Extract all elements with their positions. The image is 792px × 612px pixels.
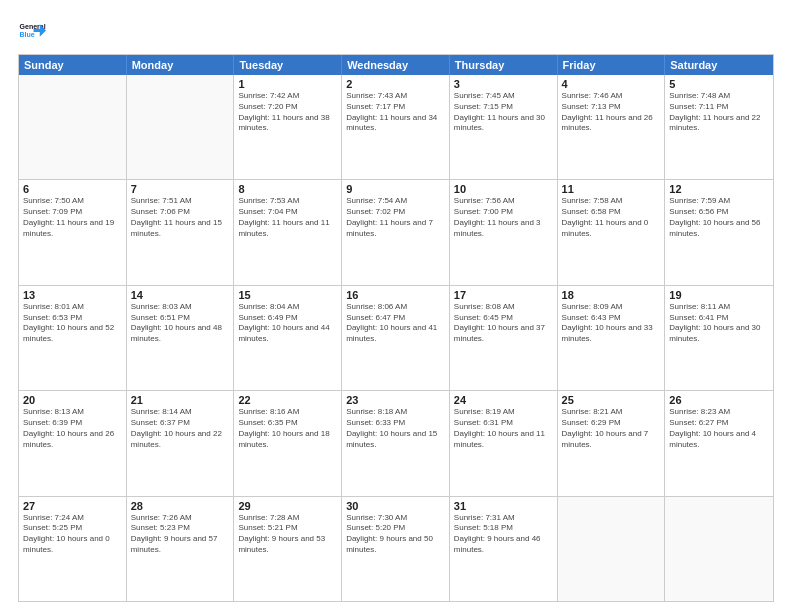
cell-detail: Sunrise: 7:53 AM Sunset: 7:04 PM Dayligh… <box>238 196 337 239</box>
day-number: 30 <box>346 500 445 512</box>
cal-cell: 20Sunrise: 8:13 AM Sunset: 6:39 PM Dayli… <box>19 391 127 495</box>
cell-detail: Sunrise: 7:30 AM Sunset: 5:20 PM Dayligh… <box>346 513 445 556</box>
day-header-wednesday: Wednesday <box>342 55 450 75</box>
svg-text:Blue: Blue <box>20 31 35 38</box>
cell-detail: Sunrise: 7:59 AM Sunset: 6:56 PM Dayligh… <box>669 196 769 239</box>
day-number: 11 <box>562 183 661 195</box>
cell-detail: Sunrise: 8:18 AM Sunset: 6:33 PM Dayligh… <box>346 407 445 450</box>
cal-cell: 10Sunrise: 7:56 AM Sunset: 7:00 PM Dayli… <box>450 180 558 284</box>
day-number: 19 <box>669 289 769 301</box>
cell-detail: Sunrise: 7:46 AM Sunset: 7:13 PM Dayligh… <box>562 91 661 134</box>
day-header-friday: Friday <box>558 55 666 75</box>
cal-cell: 1Sunrise: 7:42 AM Sunset: 7:20 PM Daylig… <box>234 75 342 179</box>
cal-cell: 4Sunrise: 7:46 AM Sunset: 7:13 PM Daylig… <box>558 75 666 179</box>
cal-cell <box>19 75 127 179</box>
cal-cell: 17Sunrise: 8:08 AM Sunset: 6:45 PM Dayli… <box>450 286 558 390</box>
week-row-1: 1Sunrise: 7:42 AM Sunset: 7:20 PM Daylig… <box>19 75 773 179</box>
day-number: 4 <box>562 78 661 90</box>
cal-cell: 14Sunrise: 8:03 AM Sunset: 6:51 PM Dayli… <box>127 286 235 390</box>
cell-detail: Sunrise: 8:01 AM Sunset: 6:53 PM Dayligh… <box>23 302 122 345</box>
cal-cell: 18Sunrise: 8:09 AM Sunset: 6:43 PM Dayli… <box>558 286 666 390</box>
cal-cell: 9Sunrise: 7:54 AM Sunset: 7:02 PM Daylig… <box>342 180 450 284</box>
day-number: 3 <box>454 78 553 90</box>
week-row-2: 6Sunrise: 7:50 AM Sunset: 7:09 PM Daylig… <box>19 179 773 284</box>
cell-detail: Sunrise: 7:58 AM Sunset: 6:58 PM Dayligh… <box>562 196 661 239</box>
cal-cell: 24Sunrise: 8:19 AM Sunset: 6:31 PM Dayli… <box>450 391 558 495</box>
cell-detail: Sunrise: 8:11 AM Sunset: 6:41 PM Dayligh… <box>669 302 769 345</box>
cal-cell: 23Sunrise: 8:18 AM Sunset: 6:33 PM Dayli… <box>342 391 450 495</box>
day-number: 21 <box>131 394 230 406</box>
cal-cell: 27Sunrise: 7:24 AM Sunset: 5:25 PM Dayli… <box>19 497 127 601</box>
cell-detail: Sunrise: 8:08 AM Sunset: 6:45 PM Dayligh… <box>454 302 553 345</box>
cal-cell: 5Sunrise: 7:48 AM Sunset: 7:11 PM Daylig… <box>665 75 773 179</box>
cell-detail: Sunrise: 7:45 AM Sunset: 7:15 PM Dayligh… <box>454 91 553 134</box>
day-number: 31 <box>454 500 553 512</box>
day-number: 7 <box>131 183 230 195</box>
day-number: 16 <box>346 289 445 301</box>
day-header-monday: Monday <box>127 55 235 75</box>
day-header-tuesday: Tuesday <box>234 55 342 75</box>
day-number: 9 <box>346 183 445 195</box>
cell-detail: Sunrise: 7:50 AM Sunset: 7:09 PM Dayligh… <box>23 196 122 239</box>
calendar-body: 1Sunrise: 7:42 AM Sunset: 7:20 PM Daylig… <box>19 75 773 601</box>
day-number: 23 <box>346 394 445 406</box>
logo: General Blue <box>18 18 46 46</box>
cell-detail: Sunrise: 8:21 AM Sunset: 6:29 PM Dayligh… <box>562 407 661 450</box>
week-row-5: 27Sunrise: 7:24 AM Sunset: 5:25 PM Dayli… <box>19 496 773 601</box>
calendar-header: SundayMondayTuesdayWednesdayThursdayFrid… <box>19 55 773 75</box>
day-number: 25 <box>562 394 661 406</box>
day-number: 27 <box>23 500 122 512</box>
cal-cell: 3Sunrise: 7:45 AM Sunset: 7:15 PM Daylig… <box>450 75 558 179</box>
cell-detail: Sunrise: 7:54 AM Sunset: 7:02 PM Dayligh… <box>346 196 445 239</box>
cal-cell: 25Sunrise: 8:21 AM Sunset: 6:29 PM Dayli… <box>558 391 666 495</box>
cal-cell: 7Sunrise: 7:51 AM Sunset: 7:06 PM Daylig… <box>127 180 235 284</box>
cell-detail: Sunrise: 8:13 AM Sunset: 6:39 PM Dayligh… <box>23 407 122 450</box>
cal-cell: 31Sunrise: 7:31 AM Sunset: 5:18 PM Dayli… <box>450 497 558 601</box>
cell-detail: Sunrise: 7:48 AM Sunset: 7:11 PM Dayligh… <box>669 91 769 134</box>
cell-detail: Sunrise: 7:51 AM Sunset: 7:06 PM Dayligh… <box>131 196 230 239</box>
day-number: 12 <box>669 183 769 195</box>
cal-cell: 30Sunrise: 7:30 AM Sunset: 5:20 PM Dayli… <box>342 497 450 601</box>
cell-detail: Sunrise: 8:19 AM Sunset: 6:31 PM Dayligh… <box>454 407 553 450</box>
cell-detail: Sunrise: 7:42 AM Sunset: 7:20 PM Dayligh… <box>238 91 337 134</box>
cell-detail: Sunrise: 8:14 AM Sunset: 6:37 PM Dayligh… <box>131 407 230 450</box>
cal-cell <box>558 497 666 601</box>
cal-cell: 19Sunrise: 8:11 AM Sunset: 6:41 PM Dayli… <box>665 286 773 390</box>
cal-cell: 29Sunrise: 7:28 AM Sunset: 5:21 PM Dayli… <box>234 497 342 601</box>
header: General Blue <box>18 18 774 46</box>
cell-detail: Sunrise: 7:56 AM Sunset: 7:00 PM Dayligh… <box>454 196 553 239</box>
week-row-4: 20Sunrise: 8:13 AM Sunset: 6:39 PM Dayli… <box>19 390 773 495</box>
week-row-3: 13Sunrise: 8:01 AM Sunset: 6:53 PM Dayli… <box>19 285 773 390</box>
page: General Blue SundayMondayTuesdayWednesda… <box>0 0 792 612</box>
day-header-thursday: Thursday <box>450 55 558 75</box>
day-number: 10 <box>454 183 553 195</box>
cal-cell: 26Sunrise: 8:23 AM Sunset: 6:27 PM Dayli… <box>665 391 773 495</box>
logo-icon: General Blue <box>18 18 46 46</box>
cell-detail: Sunrise: 8:03 AM Sunset: 6:51 PM Dayligh… <box>131 302 230 345</box>
cal-cell <box>665 497 773 601</box>
day-number: 14 <box>131 289 230 301</box>
day-number: 13 <box>23 289 122 301</box>
cell-detail: Sunrise: 8:23 AM Sunset: 6:27 PM Dayligh… <box>669 407 769 450</box>
day-header-sunday: Sunday <box>19 55 127 75</box>
cal-cell: 28Sunrise: 7:26 AM Sunset: 5:23 PM Dayli… <box>127 497 235 601</box>
cell-detail: Sunrise: 8:16 AM Sunset: 6:35 PM Dayligh… <box>238 407 337 450</box>
cal-cell: 11Sunrise: 7:58 AM Sunset: 6:58 PM Dayli… <box>558 180 666 284</box>
day-number: 24 <box>454 394 553 406</box>
day-number: 29 <box>238 500 337 512</box>
cell-detail: Sunrise: 7:26 AM Sunset: 5:23 PM Dayligh… <box>131 513 230 556</box>
cal-cell: 16Sunrise: 8:06 AM Sunset: 6:47 PM Dayli… <box>342 286 450 390</box>
cell-detail: Sunrise: 7:28 AM Sunset: 5:21 PM Dayligh… <box>238 513 337 556</box>
day-number: 17 <box>454 289 553 301</box>
cal-cell: 15Sunrise: 8:04 AM Sunset: 6:49 PM Dayli… <box>234 286 342 390</box>
cell-detail: Sunrise: 7:43 AM Sunset: 7:17 PM Dayligh… <box>346 91 445 134</box>
cell-detail: Sunrise: 8:06 AM Sunset: 6:47 PM Dayligh… <box>346 302 445 345</box>
cal-cell: 13Sunrise: 8:01 AM Sunset: 6:53 PM Dayli… <box>19 286 127 390</box>
day-number: 8 <box>238 183 337 195</box>
day-number: 15 <box>238 289 337 301</box>
cell-detail: Sunrise: 8:04 AM Sunset: 6:49 PM Dayligh… <box>238 302 337 345</box>
cell-detail: Sunrise: 7:24 AM Sunset: 5:25 PM Dayligh… <box>23 513 122 556</box>
cal-cell: 12Sunrise: 7:59 AM Sunset: 6:56 PM Dayli… <box>665 180 773 284</box>
day-number: 1 <box>238 78 337 90</box>
day-number: 5 <box>669 78 769 90</box>
